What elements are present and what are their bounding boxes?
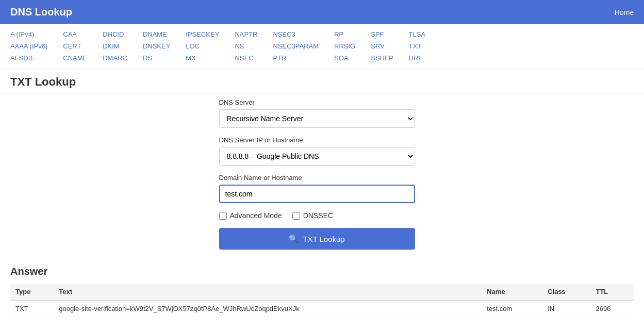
form-wrapper: DNS Server Recursive Name Server DNS Ser… [0, 93, 644, 250]
dns-server-group: DNS Server Recursive Name Server [219, 98, 425, 128]
col-header-type: Type [10, 284, 54, 300]
lookup-form: DNS Server Recursive Name Server DNS Ser… [219, 98, 425, 250]
nav-link-ipseckey[interactable]: IPSECKEY [186, 29, 219, 40]
nav-link-rp[interactable]: RP [334, 29, 355, 40]
dnssec-option: DNSSEC [292, 211, 333, 220]
cell-name: test.com [482, 300, 542, 317]
cell-type: TXT [10, 300, 54, 317]
nav-link-dname[interactable]: DNAME [143, 29, 170, 40]
nav-link-dmarc[interactable]: DMARC [103, 53, 127, 64]
col-header-class: Class [542, 284, 590, 300]
nav-column: CAACERTCNAME [63, 29, 87, 63]
table-header: TypeTextNameClassTTL [10, 284, 634, 300]
nav-column: TLSATXTURI [409, 29, 426, 63]
nav-link-dhcid[interactable]: DHCID [103, 29, 127, 40]
advanced-mode-checkbox[interactable] [219, 212, 227, 220]
answer-section: Answer TypeTextNameClassTTL TXTgoogle-si… [0, 255, 644, 327]
table-header-row: TypeTextNameClassTTL [10, 284, 634, 300]
nav-link-dkim[interactable]: DKIM [103, 41, 127, 52]
dnssec-label[interactable]: DNSSEC [303, 211, 333, 220]
options-row: Advanced Mode DNSSEC [219, 211, 425, 220]
nav-column: NSEC3NSEC3PARAMPTR [273, 29, 319, 63]
search-icon: 🔍 [289, 234, 299, 243]
nav-column: DNAMEDNSKEYDS [143, 29, 170, 63]
nav-column: DHCIDDKIMDMARC [103, 29, 127, 63]
nav-link-dnskey[interactable]: DNSKEY [143, 41, 170, 52]
table-body: TXTgoogle-site-verification=kW9t2V_S7WjO… [10, 300, 634, 317]
page-title: TXT Lookup [0, 69, 644, 93]
cell-ttl: 2696 [590, 300, 634, 317]
nav-column: RPRRSIGSOA [334, 29, 355, 63]
nav-link-mx[interactable]: MX [186, 53, 219, 64]
col-header-name: Name [482, 284, 542, 300]
nav-column: A (IPv4)AAAA (IPv6)AFSDB [10, 29, 47, 63]
dnssec-checkbox[interactable] [292, 212, 300, 220]
nav-link-sshfp[interactable]: SSHFP [371, 53, 393, 64]
domain-input[interactable] [219, 185, 415, 203]
nav-link-nsec3[interactable]: NSEC3 [273, 29, 319, 40]
table-row: TXTgoogle-site-verification=kW9t2V_S7WjO… [10, 300, 634, 317]
nav-link-caa[interactable]: CAA [63, 29, 87, 40]
advanced-mode-label[interactable]: Advanced Mode [230, 211, 282, 220]
nav-column: IPSECKEYLOCMX [186, 29, 219, 63]
nav-link-cert[interactable]: CERT [63, 41, 87, 52]
dns-server-ip-select[interactable]: 8.8.8.8 – Google Public DNS [219, 147, 415, 166]
nav-link-soa[interactable]: SOA [334, 53, 355, 64]
nav-link-txt[interactable]: TXT [409, 41, 426, 52]
dns-server-ip-label: DNS Server IP or Hostname [219, 136, 425, 144]
nav-link-srv[interactable]: SRV [371, 41, 393, 52]
dns-server-select[interactable]: Recursive Name Server [219, 109, 415, 128]
cell-text: google-site-verification=kW9t2V_S7WjOX57… [54, 300, 482, 317]
result-table: TypeTextNameClassTTL TXTgoogle-site-veri… [10, 284, 634, 317]
nav-link-afsdb[interactable]: AFSDB [10, 53, 47, 64]
col-header-text: Text [54, 284, 482, 300]
nav-link-ds[interactable]: DS [143, 53, 170, 64]
nav-column: NAPTRNSNSEC [235, 29, 257, 63]
nav-link-naptr[interactable]: NAPTR [235, 29, 257, 40]
cell-class: IN [542, 300, 590, 317]
dns-server-ip-group: DNS Server IP or Hostname 8.8.8.8 – Goog… [219, 136, 425, 166]
nav-link-tlsa[interactable]: TLSA [409, 29, 426, 40]
nav-link-cname[interactable]: CNAME [63, 53, 87, 64]
nav-link-loc[interactable]: LOC [186, 41, 219, 52]
app-title: DNS Lookup [10, 6, 72, 18]
answer-title: Answer [10, 266, 634, 277]
lookup-button[interactable]: 🔍 TXT Lookup [219, 228, 415, 250]
nav-link-nsec[interactable]: NSEC [235, 53, 257, 64]
nav-link-ptr[interactable]: PTR [273, 53, 319, 64]
col-header-ttl: TTL [590, 284, 634, 300]
nav-link-ns[interactable]: NS [235, 41, 257, 52]
nav-link-aaaa--ipv6-[interactable]: AAAA (IPv6) [10, 41, 47, 52]
dns-server-label: DNS Server [219, 98, 425, 106]
header: DNS Lookup Home [0, 0, 644, 24]
domain-group: Domain Name or Hostname [219, 174, 425, 203]
advanced-mode-option: Advanced Mode [219, 211, 282, 220]
nav-link-nsec3param[interactable]: NSEC3PARAM [273, 41, 319, 52]
nav-link-spf[interactable]: SPF [371, 29, 393, 40]
nav-links: A (IPv4)AAAA (IPv6)AFSDBCAACERTCNAMEDHCI… [0, 24, 644, 69]
home-link[interactable]: Home [615, 8, 634, 17]
lookup-button-label: TXT Lookup [303, 235, 344, 243]
nav-link-rrsig[interactable]: RRSIG [334, 41, 355, 52]
domain-label: Domain Name or Hostname [219, 174, 425, 182]
nav-link-uri[interactable]: URI [409, 53, 426, 64]
nav-link-a--ipv4-[interactable]: A (IPv4) [10, 29, 47, 40]
nav-column: SPFSRVSSHFP [371, 29, 393, 63]
